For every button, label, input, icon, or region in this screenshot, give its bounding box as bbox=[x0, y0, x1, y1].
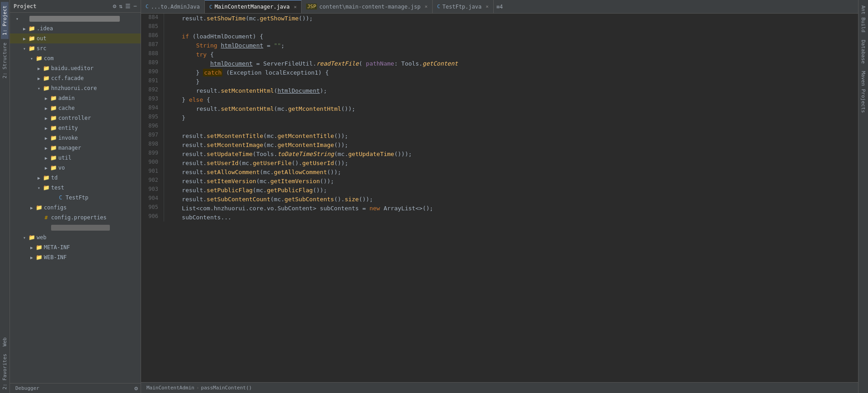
line-num-884: 884 bbox=[141, 14, 164, 23]
tree-item-configs[interactable]: ▶ 📁 configs bbox=[10, 203, 141, 213]
gear-icon[interactable]: ☰ bbox=[125, 3, 131, 9]
arrow-baidu: ▶ bbox=[35, 66, 42, 71]
table-row: 890 } catch (Exception localException1) … bbox=[141, 68, 858, 77]
tab-testftp-close[interactable]: × bbox=[486, 4, 489, 9]
line-code-898: result.setMcontentImage(mc.getMcontentIm… bbox=[164, 140, 858, 149]
tab-testftp[interactable]: C TestFtp.java × bbox=[433, 0, 494, 13]
tree-item-util[interactable]: ▶ 📁 util bbox=[10, 153, 141, 163]
debug-tab[interactable]: Debugger bbox=[13, 384, 42, 392]
breadcrumb-part-1: MainContentAdmin bbox=[146, 385, 194, 391]
left-tab-favorites[interactable]: 2: Favorites bbox=[1, 350, 9, 393]
table-row: 886 if (loadHtmlDocument) { bbox=[141, 32, 858, 41]
line-num-900: 900 bbox=[141, 158, 164, 167]
settings-icon[interactable]: ⚙ bbox=[113, 3, 117, 9]
project-panel: Project ⚙ ⇅ ☰ − ▾ ▶ 📁 .idea bbox=[10, 0, 141, 393]
tree-item-hnz[interactable]: ▾ 📁 hnzhuorui.core bbox=[10, 83, 141, 93]
tree-item-com[interactable]: ▾ 📁 com bbox=[10, 53, 141, 63]
tree-item-config-prop[interactable]: # config.properties bbox=[10, 213, 141, 223]
tree-item-blurred[interactable] bbox=[10, 223, 141, 232]
tree-item-td[interactable]: ▶ 📁 td bbox=[10, 173, 141, 183]
label-invoke: invoke bbox=[58, 135, 78, 141]
tree-item-vo[interactable]: ▶ 📁 vo bbox=[10, 163, 141, 173]
label-testftp: TestFtp bbox=[66, 194, 89, 201]
line-num-903: 903 bbox=[141, 185, 164, 194]
table-row: 891 } bbox=[141, 77, 858, 86]
tab-jsp-close[interactable]: × bbox=[425, 4, 428, 9]
arrow-admin: ▶ bbox=[42, 96, 50, 101]
table-row: 884 result.setShowTime(mc.getShowTime())… bbox=[141, 14, 858, 23]
java-icon-admin: C bbox=[146, 4, 149, 9]
line-code-893: } else { bbox=[164, 95, 858, 104]
tree-item-admin[interactable]: ▶ 📁 admin bbox=[10, 93, 141, 103]
line-code-886: if (loadHtmlDocument) { bbox=[164, 32, 858, 41]
collapse-icon[interactable]: ⇅ bbox=[119, 3, 123, 9]
line-num-896: 896 bbox=[141, 122, 164, 131]
line-num-902: 902 bbox=[141, 176, 164, 185]
tree-item-controller[interactable]: ▶ 📁 controller bbox=[10, 113, 141, 123]
right-tab-database[interactable]: Database bbox=[859, 36, 867, 67]
tree-item-testftp[interactable]: C TestFtp bbox=[10, 193, 141, 203]
line-num-901: 901 bbox=[141, 167, 164, 176]
table-row: 895 } bbox=[141, 113, 858, 122]
tab-main-close[interactable]: × bbox=[294, 4, 297, 10]
minimize-icon[interactable]: − bbox=[133, 3, 137, 9]
folder-vo-icon: 📁 bbox=[50, 164, 57, 171]
left-tab-web[interactable]: Web bbox=[1, 334, 9, 350]
left-tab-project[interactable]: 1: Project bbox=[1, 2, 9, 39]
tree-item-out[interactable]: ▶ 📁 out bbox=[10, 33, 141, 43]
label-hnz: hnzhuorui.core bbox=[51, 85, 97, 91]
label-entity: entity bbox=[58, 125, 78, 131]
folder-src-icon: 📁 bbox=[28, 45, 35, 52]
tab-jsp[interactable]: JSP content\main-content-manage.jsp × bbox=[302, 0, 432, 13]
breadcrumb-sep-1: › bbox=[196, 385, 199, 391]
breadcrumb-part-2: passMainContent() bbox=[201, 385, 252, 391]
right-tab-maven[interactable]: Maven Projects bbox=[859, 67, 867, 117]
arrow-meta: ▶ bbox=[28, 245, 35, 250]
root-label bbox=[29, 16, 120, 22]
line-code-904: result.setSubContentCount(mc.getSubConte… bbox=[164, 194, 858, 204]
arrow-root: ▾ bbox=[14, 16, 21, 21]
tree-item-entity[interactable]: ▶ 📁 entity bbox=[10, 123, 141, 133]
tree-item-invoke[interactable]: ▶ 📁 invoke bbox=[10, 133, 141, 143]
folder-configs-icon: 📁 bbox=[35, 204, 42, 211]
line-code-889a: htmlDocument = ServerFileUtil.readTextFi… bbox=[164, 59, 858, 68]
line-num-893: 893 bbox=[141, 95, 164, 104]
label-baidu: baidu.ueditor bbox=[51, 65, 94, 71]
java-icon-main: C bbox=[209, 4, 212, 10]
tab-testftp-label: TestFtp.java bbox=[443, 4, 482, 10]
line-code-902: result.setItemVersion(mc.getItemVersion(… bbox=[164, 176, 858, 185]
tab-main-content-manager[interactable]: C MainContentManager.java × bbox=[205, 0, 302, 13]
left-tab-structure[interactable]: 2: Structure bbox=[1, 39, 9, 82]
tab-overflow[interactable]: ≡4 bbox=[494, 0, 505, 13]
line-num-905: 905 bbox=[141, 204, 164, 213]
tab-admin-label: ...to.AdminJava bbox=[151, 4, 200, 10]
table-row: 896 bbox=[141, 122, 858, 131]
line-num-899: 899 bbox=[141, 149, 164, 158]
arrow-webinf: ▶ bbox=[28, 255, 35, 260]
tree-item-idea[interactable]: ▶ 📁 .idea bbox=[10, 24, 141, 33]
tree-item-web[interactable]: ▾ 📁 web bbox=[10, 232, 141, 242]
jsp-icon: JSP bbox=[306, 4, 317, 9]
line-code-890: } catch (Exception localException1) { bbox=[164, 68, 858, 77]
line-num-889: 889 bbox=[141, 59, 164, 68]
tree-item-root[interactable]: ▾ bbox=[10, 14, 141, 24]
table-row: 904 result.setSubContentCount(mc.getSubC… bbox=[141, 194, 858, 204]
panel-gear-icon[interactable]: ⚙ bbox=[134, 385, 138, 392]
tree-item-ccf[interactable]: ▶ 📁 ccf.facade bbox=[10, 73, 141, 83]
right-tab-ant[interactable]: Ant Build bbox=[859, 2, 867, 36]
tree-item-src[interactable]: ▾ 📁 src bbox=[10, 43, 141, 53]
tree-item-manager[interactable]: ▶ 📁 manager bbox=[10, 143, 141, 153]
tab-admin-java[interactable]: C ...to.AdminJava bbox=[141, 0, 205, 13]
tree-item-webinf[interactable]: ▶ 📁 WEB-INF bbox=[10, 252, 141, 262]
tree-item-meta[interactable]: ▶ 📁 META-INF bbox=[10, 242, 141, 252]
tree-item-cache[interactable]: ▶ 📁 cache bbox=[10, 103, 141, 113]
panel-bottom-bar: Debugger ⚙ bbox=[10, 383, 141, 393]
table-row: 903 result.setPublicFlag(mc.getPublicFla… bbox=[141, 185, 858, 194]
label-controller: controller bbox=[58, 115, 91, 121]
line-num-891: 891 bbox=[141, 77, 164, 86]
tree-item-baidu[interactable]: ▶ 📁 baidu.ueditor bbox=[10, 63, 141, 73]
prop-icon: # bbox=[42, 214, 50, 221]
breadcrumb-bar: MainContentAdmin › passMainContent() bbox=[141, 382, 858, 393]
tree-item-test[interactable]: ▾ 📁 test bbox=[10, 183, 141, 193]
line-num-895: 895 bbox=[141, 113, 164, 122]
